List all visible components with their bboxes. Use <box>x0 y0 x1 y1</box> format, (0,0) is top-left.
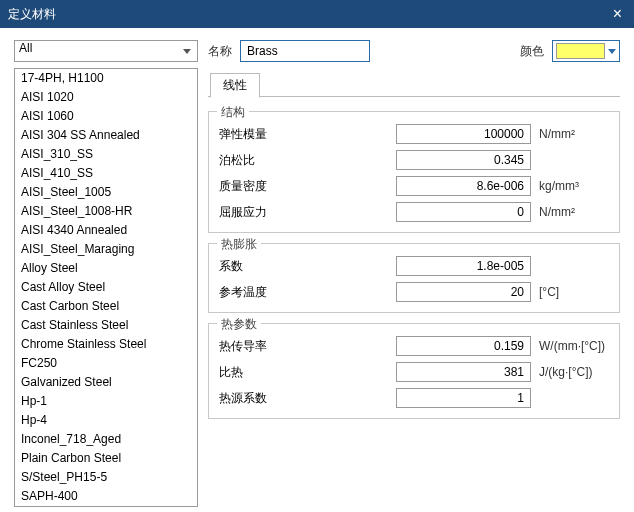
right-column: 名称 颜色 线性 结构 弹性模量 N/mm² 泊松比 <box>208 40 620 512</box>
name-label: 名称 <box>208 43 232 60</box>
conductivity-unit: W/(mm·[°C]) <box>539 339 609 353</box>
group-structural: 结构 弹性模量 N/mm² 泊松比 质量密度 kg/mm³ 屈服应 <box>208 111 620 233</box>
tab-strip: 线性 <box>208 72 620 97</box>
list-item[interactable]: Plain Carbon Steel <box>15 449 197 468</box>
list-item[interactable]: Hp-4 <box>15 411 197 430</box>
density-unit: kg/mm³ <box>539 179 609 193</box>
list-item[interactable]: Inconel_718_Aged <box>15 430 197 449</box>
list-item[interactable]: Alloy Steel <box>15 259 197 278</box>
poisson-label: 泊松比 <box>219 152 299 169</box>
chevron-down-icon <box>608 49 616 54</box>
material-listbox[interactable]: 17-4PH, H1100AISI 1020AISI 1060AISI 304 … <box>14 68 198 507</box>
elastic-modulus-input[interactable] <box>396 124 531 144</box>
list-item[interactable]: AISI_310_SS <box>15 145 197 164</box>
conductivity-label: 热传导率 <box>219 338 299 355</box>
filter-value: All <box>19 41 32 55</box>
list-item[interactable]: S/Steel_PH15-5 <box>15 468 197 487</box>
titlebar: 定义材料 × <box>0 0 634 28</box>
window-title: 定义材料 <box>8 6 56 23</box>
yield-label: 屈服应力 <box>219 204 299 221</box>
list-item[interactable]: AISI_Steel_1008-HR <box>15 202 197 221</box>
top-row: 名称 颜色 <box>208 40 620 62</box>
ref-temp-input[interactable] <box>396 282 531 302</box>
yield-input[interactable] <box>396 202 531 222</box>
legend-thermal-expansion: 热膨胀 <box>217 236 261 253</box>
content-area: All 17-4PH, H1100AISI 1020AISI 1060AISI … <box>0 28 634 512</box>
conductivity-input[interactable] <box>396 336 531 356</box>
poisson-input[interactable] <box>396 150 531 170</box>
list-item[interactable]: AISI 1020 <box>15 88 197 107</box>
legend-thermal-params: 热参数 <box>217 316 261 333</box>
list-item[interactable]: Hp-1 <box>15 392 197 411</box>
list-item[interactable]: FC250 <box>15 354 197 373</box>
color-picker[interactable] <box>552 40 620 62</box>
spec-heat-input[interactable] <box>396 362 531 382</box>
list-item[interactable]: AISI_Steel_1005 <box>15 183 197 202</box>
list-item[interactable]: 17-4PH, H1100 <box>15 69 197 88</box>
group-thermal-params: 热参数 热传导率 W/(mm·[°C]) 比热 J/(kg·[°C]) 热源系数 <box>208 323 620 419</box>
list-item[interactable]: AISI 4340 Annealed <box>15 221 197 240</box>
coef-label: 系数 <box>219 258 299 275</box>
yield-unit: N/mm² <box>539 205 609 219</box>
tab-linear[interactable]: 线性 <box>210 73 260 98</box>
heat-source-input[interactable] <box>396 388 531 408</box>
tab-body: 结构 弹性模量 N/mm² 泊松比 质量密度 kg/mm³ 屈服应 <box>208 96 620 419</box>
density-input[interactable] <box>396 176 531 196</box>
group-thermal-expansion: 热膨胀 系数 参考温度 [°C] <box>208 243 620 313</box>
spec-heat-unit: J/(kg·[°C]) <box>539 365 609 379</box>
close-icon[interactable]: × <box>609 5 626 23</box>
list-item[interactable]: Cast Alloy Steel <box>15 278 197 297</box>
list-item[interactable]: AISI 1060 <box>15 107 197 126</box>
elastic-modulus-unit: N/mm² <box>539 127 609 141</box>
name-input[interactable] <box>240 40 370 62</box>
list-item[interactable]: AISI_410_SS <box>15 164 197 183</box>
list-item[interactable]: SAPH-400 <box>15 487 197 506</box>
list-item[interactable]: Cast Stainless Steel <box>15 316 197 335</box>
legend-structural: 结构 <box>217 104 249 121</box>
spec-heat-label: 比热 <box>219 364 299 381</box>
left-column: All 17-4PH, H1100AISI 1020AISI 1060AISI … <box>14 40 198 512</box>
color-label: 颜色 <box>520 43 544 60</box>
filter-combo[interactable]: All <box>14 40 198 62</box>
list-item[interactable]: AISI_Steel_Maraging <box>15 240 197 259</box>
list-item[interactable]: AISI 304 SS Annealed <box>15 126 197 145</box>
ref-temp-unit: [°C] <box>539 285 609 299</box>
density-label: 质量密度 <box>219 178 299 195</box>
color-swatch <box>556 43 605 59</box>
list-item[interactable]: Cast Carbon Steel <box>15 297 197 316</box>
elastic-modulus-label: 弹性模量 <box>219 126 299 143</box>
coef-input[interactable] <box>396 256 531 276</box>
list-item[interactable]: Galvanized Steel <box>15 373 197 392</box>
list-item[interactable]: Chrome Stainless Steel <box>15 335 197 354</box>
heat-source-label: 热源系数 <box>219 390 299 407</box>
ref-temp-label: 参考温度 <box>219 284 299 301</box>
